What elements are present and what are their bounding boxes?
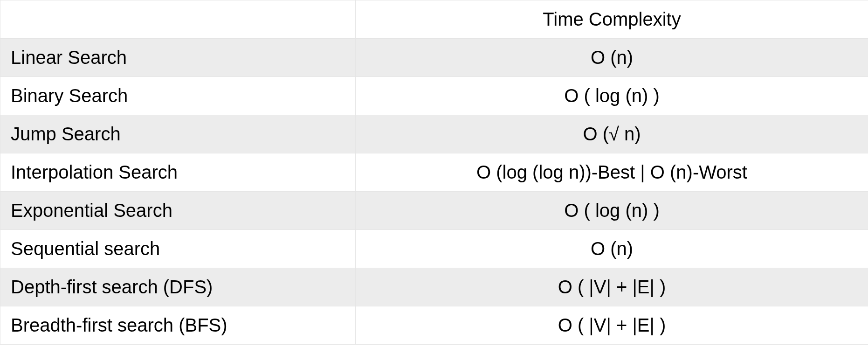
- algo-complexity: O ( log (n) ): [356, 77, 868, 115]
- algo-complexity: O (n): [356, 39, 868, 77]
- table-row: Breadth-first search (BFS) O ( |V| + |E|…: [0, 306, 868, 345]
- algo-name: Sequential search: [0, 230, 356, 268]
- algo-complexity: O (log (log n))-Best | O (n)-Worst: [356, 153, 868, 192]
- table-header-row: Time Complexity: [0, 0, 868, 39]
- algo-name: Linear Search: [0, 39, 356, 77]
- algo-complexity: O ( |V| + |E| ): [356, 306, 868, 345]
- header-time-complexity: Time Complexity: [356, 0, 868, 39]
- table-row: Depth-first search (DFS) O ( |V| + |E| ): [0, 268, 868, 306]
- algo-name: Interpolation Search: [0, 153, 356, 192]
- table-row: Jump Search O (√ n): [0, 115, 868, 153]
- algo-complexity: O (√ n): [356, 115, 868, 153]
- algo-complexity: O (n): [356, 230, 868, 268]
- algo-name: Jump Search: [0, 115, 356, 153]
- algo-name: Breadth-first search (BFS): [0, 306, 356, 345]
- header-algorithm: [0, 0, 356, 39]
- algo-complexity: O ( |V| + |E| ): [356, 268, 868, 306]
- table-row: Sequential search O (n): [0, 230, 868, 268]
- table-row: Linear Search O (n): [0, 39, 868, 77]
- algo-name: Depth-first search (DFS): [0, 268, 356, 306]
- algo-complexity: O ( log (n) ): [356, 192, 868, 230]
- table-row: Interpolation Search O (log (log n))-Bes…: [0, 153, 868, 192]
- complexity-table: Time Complexity Linear Search O (n) Bina…: [0, 0, 868, 345]
- table-row: Binary Search O ( log (n) ): [0, 77, 868, 115]
- table-row: Exponential Search O ( log (n) ): [0, 192, 868, 230]
- algo-name: Exponential Search: [0, 192, 356, 230]
- algo-name: Binary Search: [0, 77, 356, 115]
